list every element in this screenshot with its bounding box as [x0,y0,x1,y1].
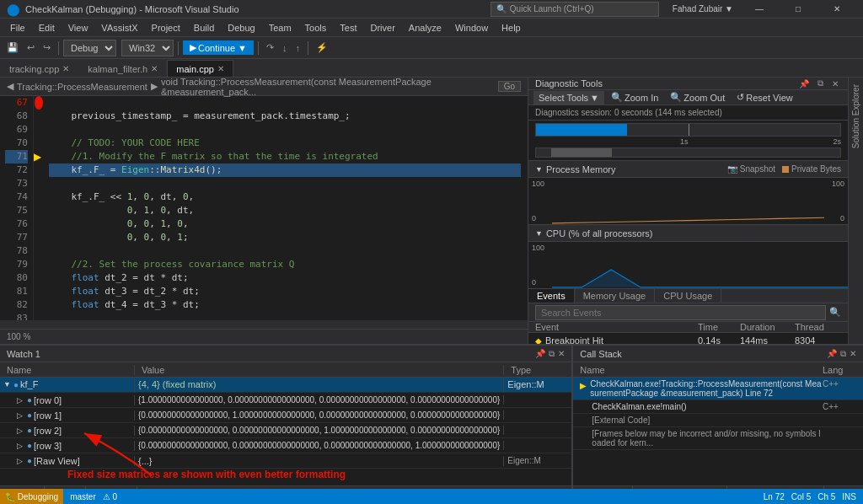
watch-close-icon[interactable]: ✕ [558,349,565,358]
callstack-row-1[interactable]: ▶ CheckKalman.exe!Tracking::ProcessMeasu… [573,378,863,400]
reset-view-btn[interactable]: ↺ Reset View [732,90,797,105]
menu-item-analyze[interactable]: Analyze [402,19,448,36]
step-into-icon[interactable]: ↓ [279,41,291,55]
events-search-input[interactable] [535,305,826,320]
menu-item-help[interactable]: Help [495,19,528,36]
select-tools-btn[interactable]: Select Tools ▼ [533,91,604,105]
watch-row-row1[interactable]: ▷ ● [row 1] {0.00000000000000000, 1.0000… [0,408,571,423]
title-controls: Fahad Zubair ▼ — □ ✕ [666,0,856,19]
maximize-btn[interactable]: □ [779,0,817,19]
rawview-type: Eigen::M [504,456,571,465]
watch-row-row3[interactable]: ▷ ● [row 3] {0.00000000000000000, 0.0000… [0,438,571,453]
step-out-icon[interactable]: ↑ [292,41,303,55]
callstack-row-2[interactable]: CheckKalman.exe!main() C++ [573,400,863,414]
tab-tracking-cpp[interactable]: tracking.cpp ✕ [0,60,78,77]
tab-label: main.cpp [176,64,214,74]
platform-dropdown[interactable]: Win32 [121,40,174,56]
breadcrumb: ◀ Tracking::ProcessMeasurement ▶ void Tr… [0,78,528,96]
user-name: Fahad Zubair ▼ [666,0,740,19]
timeline-bar[interactable] [535,123,841,137]
diagnostic-title: Diagnostic Tools [535,78,796,88]
close-btn[interactable]: ✕ [817,0,856,19]
cpu-section-header[interactable]: ▼ CPU (% of all processors) [528,225,848,242]
exception-icon[interactable]: ⚡ [313,40,331,55]
watch-row-row2[interactable]: ▷ ● [row 2] {0.00000000000000000, 0.0000… [0,423,571,438]
code-text[interactable]: previous_timestamp_ = measurement_pack.t… [42,96,528,320]
toolbar-save-icon[interactable]: 💾 [3,40,22,55]
tab-cpu-usage[interactable]: CPU Usage [655,289,721,303]
title-search[interactable]: 🔍 Quick Launch (Ctrl+Q) [490,2,659,17]
timeline-zoom-bar[interactable] [535,147,841,158]
watch-rows-container: ▼ ● kf_F {4, 4} (fixed matrix) Eigen::M … [0,378,571,485]
mem-y-top-right: 100 [828,180,844,188]
row3-expand-icon[interactable]: ▷ [17,442,25,450]
row3-icon: ● [27,441,32,450]
snapshot-label: Snapshot [740,164,775,174]
menu-item-window[interactable]: Window [448,19,495,36]
menu-item-view[interactable]: View [62,19,95,36]
event-row-breakpoint[interactable]: ◆ Breakpoint Hit 0.14s 144ms 8304 [528,333,848,344]
breadcrumb-go-btn[interactable]: Go [498,81,521,92]
zoom-in-btn[interactable]: 🔍 Zoom In [606,90,663,105]
row2-expand-icon[interactable]: ▷ [17,426,25,435]
menu-item-tools[interactable]: Tools [298,19,334,36]
session-info: Diagnostics session: 0 seconds (144 ms s… [528,105,848,121]
float-icon[interactable]: ⧉ [815,78,826,89]
watch-row-row0[interactable]: ▷ ● [row 0] {1.0000000000000000, 0.00000… [0,393,571,408]
callstack-title: Call Stack [580,349,823,359]
tab-close-kalman[interactable]: ✕ [151,64,158,73]
menu-item-project[interactable]: Project [145,19,187,36]
timeline-section: 1s 2s [528,121,848,161]
tab-events[interactable]: Events [528,289,575,303]
callstack-pin-icon[interactable]: 📌 [827,349,837,358]
kf-f-type: Eigen::M [504,378,571,393]
tab-memory-usage[interactable]: Memory Usage [575,289,656,303]
breadcrumb-arrow-left[interactable]: ◀ [7,81,13,92]
menu-item-driver[interactable]: Driver [363,19,401,36]
menu-item-test[interactable]: Test [333,19,363,36]
search-icon: 🔍 [496,4,507,13]
tab-close-tracking[interactable]: ✕ [62,64,69,73]
watch-row-kf-f[interactable]: ▼ ● kf_F {4, 4} (fixed matrix) Eigen::M [0,378,571,393]
menu-item-file[interactable]: File [3,19,32,36]
memory-y-labels-right: 100 0 [824,178,848,224]
status-ch: Ch 5 [817,492,835,501]
close-panel-icon[interactable]: ✕ [829,78,841,89]
code-area[interactable]: 67 68 69 70 71 72 73 74 75 76 77 78 79 8… [0,96,528,320]
watch-float-icon[interactable]: ⧉ [549,349,555,359]
callstack-float-icon[interactable]: ⧉ [840,349,846,359]
reset-view-icon: ↺ [737,92,744,103]
step-over-icon[interactable]: ↷ [263,40,277,55]
minimize-btn[interactable]: — [740,0,779,19]
event-thread: 8304 [795,335,841,344]
toolbar-redo-icon[interactable]: ↪ [40,40,54,55]
continue-btn[interactable]: ▶ Continue ▼ [183,40,254,55]
rawview-expand-icon[interactable]: ▷ [17,457,25,465]
tab-main-cpp[interactable]: main.cpp ✕ [167,60,233,77]
debug-config-dropdown[interactable]: Debug [63,40,116,56]
tab-kalman-filter-h[interactable]: kalman_filter.h ✕ [78,60,167,77]
callstack-close-icon[interactable]: ✕ [850,349,856,358]
watch-row-raw-view[interactable]: ▷ ● [Raw View] {...} Eigen::M [0,453,571,469]
menu-item-vassistx[interactable]: VAssistX [94,19,144,36]
horizontal-scrollbar[interactable] [0,320,528,329]
menu-item-debug[interactable]: Debug [221,19,261,36]
zoom-out-btn[interactable]: 🔍 Zoom Out [665,90,730,105]
watch-pin-icon[interactable]: 📌 [535,349,545,358]
cs-row3-text: [External Code] [592,416,823,425]
private-bytes-icon [782,166,789,173]
menu-item-edit[interactable]: Edit [32,19,62,36]
kf-f-expand-icon[interactable]: ▼ [3,380,12,389]
memory-section-header[interactable]: ▼ Process Memory 📷 Snapshot Private Byte… [528,161,848,178]
solution-explorer-label[interactable]: Solution Explorer [851,78,860,155]
cs-row4-text: [Frames below may be incorrect and/or mi… [592,429,823,448]
menu-item-build[interactable]: Build [187,19,221,36]
pin-icon[interactable]: 📌 [796,78,812,89]
toolbar-undo-icon[interactable]: ↩ [24,40,38,55]
search-events-icon[interactable]: 🔍 [829,307,841,318]
row0-expand-icon[interactable]: ▷ [17,396,25,405]
menu-item-team[interactable]: Team [262,19,298,36]
row1-expand-icon[interactable]: ▷ [17,411,25,420]
tab-close-main[interactable]: ✕ [217,64,224,73]
breakpoint-marker [35,96,43,110]
